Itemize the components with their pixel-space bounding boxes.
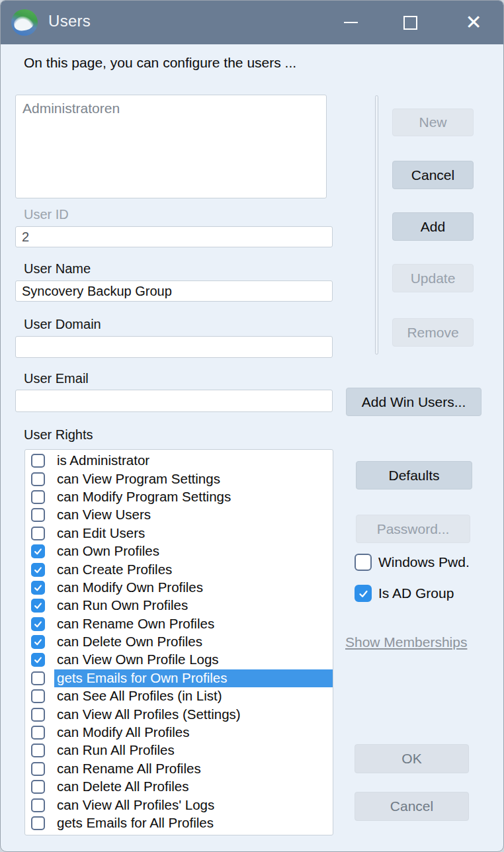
user-right-row[interactable]: can View All Profiles (Settings) <box>25 705 333 723</box>
windows-pwd-checkbox[interactable]: Windows Pwd. <box>355 554 470 571</box>
user-right-label: can View Program Settings <box>54 470 333 488</box>
user-right-row[interactable]: gets Emails for Own Profiles <box>25 669 333 687</box>
user-right-row[interactable]: can Own Profiles <box>25 542 333 560</box>
user-right-row[interactable]: can Delete All Profiles <box>25 778 333 796</box>
user-right-row[interactable]: gets Emails for All Profiles <box>25 814 333 832</box>
unchecked-checkbox-icon[interactable] <box>31 780 45 794</box>
user-right-row[interactable]: can Modify Program Settings <box>25 488 333 506</box>
user-id-label: User ID <box>24 207 69 222</box>
close-button[interactable]: ✕ <box>460 9 487 36</box>
new-button[interactable]: New <box>392 108 474 136</box>
checked-checkbox-icon[interactable] <box>31 544 45 558</box>
user-right-row[interactable]: can Edit Users <box>25 525 333 542</box>
unchecked-checkbox-icon[interactable] <box>31 671 45 685</box>
user-right-label: can Rename Own Profiles <box>54 615 333 633</box>
users-dialog: Users ✕ On this page, you can configure … <box>0 0 504 852</box>
user-right-row[interactable]: can View Own Profile Logs <box>25 651 333 669</box>
checked-checkbox-icon[interactable] <box>31 581 45 595</box>
is-ad-group-checkbox[interactable]: Is AD Group <box>355 585 454 602</box>
defaults-button[interactable]: Defaults <box>356 461 472 490</box>
unchecked-checkbox-icon[interactable] <box>31 508 45 522</box>
user-right-row[interactable]: can Rename Own Profiles <box>25 615 333 633</box>
unchecked-checkbox-icon[interactable] <box>31 708 45 722</box>
user-right-row[interactable]: can View Users <box>25 506 333 524</box>
user-right-label: can Create Profiles <box>54 561 333 579</box>
checked-checkbox-icon[interactable] <box>31 617 45 631</box>
unchecked-checkbox-icon[interactable] <box>31 689 45 703</box>
update-button[interactable]: Update <box>392 264 474 292</box>
user-right-row[interactable]: can Delete Own Profiles <box>25 633 333 651</box>
user-right-label: gets Emails for Own Profiles <box>54 669 333 687</box>
remove-button[interactable]: Remove <box>392 318 474 347</box>
windows-pwd-label: Windows Pwd. <box>378 554 470 570</box>
ok-button[interactable]: OK <box>355 744 469 773</box>
user-rights-label: User Rights <box>24 427 93 443</box>
user-right-row[interactable]: can Run Own Profiles <box>25 597 333 615</box>
unchecked-checkbox-icon[interactable] <box>31 798 45 812</box>
show-memberships-link[interactable]: Show Memberships <box>345 634 467 650</box>
titlebar: Users ✕ <box>1 1 503 44</box>
user-right-row[interactable]: can See All Profiles (in List) <box>25 687 333 705</box>
maximize-icon <box>403 16 417 30</box>
minimize-icon <box>344 22 358 23</box>
add-win-users-button[interactable]: Add Win Users... <box>346 388 482 416</box>
user-email-field[interactable] <box>15 390 333 412</box>
user-rights-list[interactable]: is Administratorcan View Program Setting… <box>24 449 333 835</box>
checked-checkbox-icon[interactable] <box>31 563 45 577</box>
user-right-label: can Modify Own Profiles <box>54 579 333 597</box>
user-right-row[interactable]: can Run All Profiles <box>25 742 333 759</box>
unchecked-checkbox-icon[interactable] <box>31 762 45 776</box>
unchecked-checkbox-icon[interactable] <box>31 527 45 540</box>
unchecked-checkbox-icon[interactable] <box>31 726 45 740</box>
add-button[interactable]: Add <box>392 212 474 241</box>
maximize-button[interactable] <box>396 9 424 36</box>
user-right-row[interactable]: can Create Profiles <box>25 560 333 578</box>
checked-checkbox-icon[interactable] <box>31 653 45 667</box>
dialog-cancel-button[interactable]: Cancel <box>355 792 469 821</box>
user-right-row[interactable]: can Modify Own Profiles <box>25 579 333 597</box>
user-right-label: can View All Profiles' Logs <box>54 796 333 814</box>
window-title: Users <box>48 12 91 30</box>
user-right-label: can See All Profiles (in List) <box>54 687 333 705</box>
user-right-label: can View Users <box>54 506 333 524</box>
close-icon: ✕ <box>465 13 482 32</box>
unchecked-checkbox-icon[interactable] <box>31 472 45 486</box>
unchecked-checkbox-icon[interactable] <box>31 816 45 830</box>
user-right-label: can View All Profiles (Settings) <box>54 706 333 724</box>
user-id-field[interactable] <box>15 226 333 247</box>
user-right-label: can Run Own Profiles <box>54 597 333 615</box>
user-email-label: User Email <box>24 371 89 386</box>
user-right-row[interactable]: can View Program Settings <box>25 470 333 488</box>
user-right-row[interactable]: is Administrator <box>25 452 333 470</box>
user-right-row[interactable]: can Modify All Profiles <box>25 724 333 742</box>
user-domain-field[interactable] <box>15 336 333 358</box>
unchecked-checkbox-icon[interactable] <box>31 454 45 468</box>
checked-checkbox-icon[interactable] <box>31 635 45 649</box>
user-right-label: gets Emails for All Profiles <box>54 814 333 832</box>
user-right-label: can Edit Users <box>54 525 333 542</box>
user-right-label: can Run All Profiles <box>54 742 333 759</box>
button-group-separator <box>375 95 378 355</box>
user-name-field[interactable] <box>15 280 333 302</box>
user-right-row[interactable]: can Rename All Profiles <box>25 760 333 778</box>
unchecked-checkbox-icon[interactable] <box>355 554 372 571</box>
syncovery-app-icon <box>11 9 38 36</box>
unchecked-checkbox-icon[interactable] <box>31 490 45 504</box>
user-right-row[interactable]: can View All Profiles' Logs <box>25 796 333 814</box>
user-right-label: can Modify Program Settings <box>54 488 333 506</box>
user-list-item[interactable]: Administratoren <box>16 99 326 118</box>
intro-text: On this page, you can configure the user… <box>24 55 296 71</box>
users-listbox[interactable]: Administratoren <box>15 95 327 198</box>
password-button[interactable]: Password... <box>356 515 470 543</box>
checked-checkbox-icon[interactable] <box>355 585 372 602</box>
user-right-label: can Delete All Profiles <box>54 778 333 796</box>
user-right-label: can Delete Own Profiles <box>54 633 333 651</box>
cancel-edit-button[interactable]: Cancel <box>392 161 474 189</box>
checked-checkbox-icon[interactable] <box>31 599 45 613</box>
unchecked-checkbox-icon[interactable] <box>31 744 45 757</box>
user-domain-label: User Domain <box>24 317 101 332</box>
minimize-button[interactable] <box>337 9 364 36</box>
is-ad-group-label: Is AD Group <box>378 585 454 601</box>
user-right-label: can View Own Profile Logs <box>54 651 333 669</box>
user-right-label: can Rename All Profiles <box>54 760 333 778</box>
